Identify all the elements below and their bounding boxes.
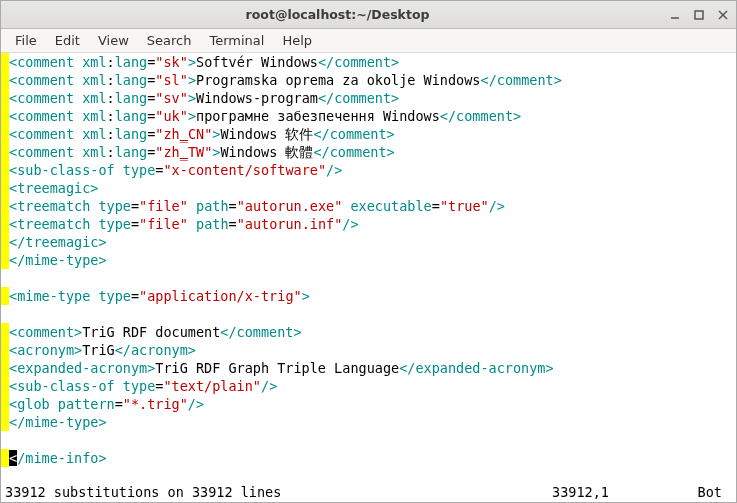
svg-rect-1 bbox=[695, 11, 703, 19]
line-highlight-gutter bbox=[1, 125, 9, 143]
code-text: <treematch type="file" path="autorun.exe… bbox=[9, 197, 505, 215]
code-line: <comment xml:lang="zh_CN">Windows 软件</co… bbox=[1, 125, 736, 143]
line-highlight-gutter bbox=[1, 359, 9, 377]
code-text: <acronym>TriG</acronym> bbox=[9, 341, 196, 359]
maximize-button[interactable] bbox=[692, 8, 706, 22]
code-text: </mime-info> bbox=[9, 449, 107, 467]
line-highlight-gutter bbox=[1, 53, 9, 71]
menu-terminal[interactable]: Terminal bbox=[201, 31, 272, 50]
code-text: </mime-type> bbox=[9, 251, 107, 269]
code-line bbox=[1, 305, 736, 323]
code-line: <sub-class-of type="x-content/software"/… bbox=[1, 161, 736, 179]
code-text: <comment>TriG RDF document</comment> bbox=[9, 323, 302, 341]
status-position: 33912,1 bbox=[552, 484, 672, 500]
code-text: <sub-class-of type="x-content/software"/… bbox=[9, 161, 342, 179]
line-highlight-gutter bbox=[1, 89, 9, 107]
line-highlight-gutter bbox=[1, 413, 9, 431]
code-line: <sub-class-of type="text/plain"/> bbox=[1, 377, 736, 395]
window-controls bbox=[668, 8, 730, 22]
code-line: <treematch type="file" path="autorun.inf… bbox=[1, 215, 736, 233]
code-text: <comment xml:lang="zh_CN">Windows 软件</co… bbox=[9, 125, 395, 143]
code-text: <treematch type="file" path="autorun.inf… bbox=[9, 215, 359, 233]
window-title: root@localhost:~/Desktop bbox=[7, 7, 668, 22]
vim-status-bar: 33912 substitutions on 33912 lines 33912… bbox=[1, 482, 736, 502]
line-highlight-gutter bbox=[1, 71, 9, 89]
menu-bar: File Edit View Search Terminal Help bbox=[1, 29, 736, 53]
status-scroll: Bot bbox=[672, 484, 732, 500]
menu-view[interactable]: View bbox=[90, 31, 137, 50]
line-highlight-gutter bbox=[1, 395, 9, 413]
status-message: 33912 substitutions on 33912 lines bbox=[5, 484, 552, 500]
code-line: </mime-type> bbox=[1, 251, 736, 269]
code-text: <mime-type type="application/x-trig"> bbox=[9, 287, 310, 305]
code-text: </mime-type> bbox=[9, 413, 107, 431]
code-line: <comment xml:lang="zh_TW">Windows 軟體</co… bbox=[1, 143, 736, 161]
line-highlight-gutter bbox=[1, 341, 9, 359]
code-text: <treemagic> bbox=[9, 179, 98, 197]
line-highlight-gutter bbox=[1, 449, 9, 467]
code-line: </mime-type> bbox=[1, 413, 736, 431]
line-highlight-gutter bbox=[1, 287, 9, 305]
line-highlight-gutter bbox=[1, 143, 9, 161]
line-highlight-gutter bbox=[1, 107, 9, 125]
line-highlight-gutter bbox=[1, 161, 9, 179]
code-text: <sub-class-of type="text/plain"/> bbox=[9, 377, 277, 395]
code-text bbox=[9, 431, 17, 449]
close-button[interactable] bbox=[716, 8, 730, 22]
code-text: <comment xml:lang="sv">Windows-program</… bbox=[9, 89, 399, 107]
line-highlight-gutter bbox=[1, 323, 9, 341]
line-highlight-gutter bbox=[1, 197, 9, 215]
code-line: <treematch type="file" path="autorun.exe… bbox=[1, 197, 736, 215]
code-line: <expanded-acronym>TriG RDF Graph Triple … bbox=[1, 359, 736, 377]
code-line: <comment>TriG RDF document</comment> bbox=[1, 323, 736, 341]
menu-search[interactable]: Search bbox=[139, 31, 200, 50]
code-text: </treemagic> bbox=[9, 233, 107, 251]
code-line: <comment xml:lang="sl">Programska oprema… bbox=[1, 71, 736, 89]
vim-cursor: < bbox=[9, 450, 17, 466]
code-text: <comment xml:lang="uk">програмне забезпе… bbox=[9, 107, 521, 125]
code-line: <treemagic> bbox=[1, 179, 736, 197]
code-line: <glob pattern="*.trig"/> bbox=[1, 395, 736, 413]
code-line: <comment xml:lang="sk">Softvér Windows</… bbox=[1, 53, 736, 71]
line-highlight-gutter bbox=[1, 179, 9, 197]
line-highlight-gutter bbox=[1, 269, 9, 287]
terminal-content[interactable]: <comment xml:lang="sk">Softvér Windows</… bbox=[1, 53, 736, 482]
code-text: <expanded-acronym>TriG RDF Graph Triple … bbox=[9, 359, 554, 377]
code-text: <comment xml:lang="sl">Programska oprema… bbox=[9, 71, 562, 89]
code-line: <comment xml:lang="uk">програмне забезпе… bbox=[1, 107, 736, 125]
code-text: <comment xml:lang="zh_TW">Windows 軟體</co… bbox=[9, 143, 395, 161]
menu-file[interactable]: File bbox=[7, 31, 45, 50]
code-text bbox=[9, 269, 17, 287]
code-line: </treemagic> bbox=[1, 233, 736, 251]
code-text: <glob pattern="*.trig"/> bbox=[9, 395, 204, 413]
minimize-button[interactable] bbox=[668, 8, 682, 22]
code-line: </mime-info> bbox=[1, 449, 736, 467]
menu-help[interactable]: Help bbox=[274, 31, 320, 50]
line-highlight-gutter bbox=[1, 251, 9, 269]
window-titlebar: root@localhost:~/Desktop bbox=[1, 1, 736, 29]
line-highlight-gutter bbox=[1, 215, 9, 233]
line-highlight-gutter bbox=[1, 377, 9, 395]
line-highlight-gutter bbox=[1, 431, 9, 449]
code-line: <mime-type type="application/x-trig"> bbox=[1, 287, 736, 305]
code-text bbox=[9, 305, 17, 323]
code-line bbox=[1, 269, 736, 287]
menu-edit[interactable]: Edit bbox=[47, 31, 88, 50]
code-line: <acronym>TriG</acronym> bbox=[1, 341, 736, 359]
line-highlight-gutter bbox=[1, 233, 9, 251]
code-line bbox=[1, 431, 736, 449]
line-highlight-gutter bbox=[1, 305, 9, 323]
code-line: <comment xml:lang="sv">Windows-program</… bbox=[1, 89, 736, 107]
code-text: <comment xml:lang="sk">Softvér Windows</… bbox=[9, 53, 399, 71]
